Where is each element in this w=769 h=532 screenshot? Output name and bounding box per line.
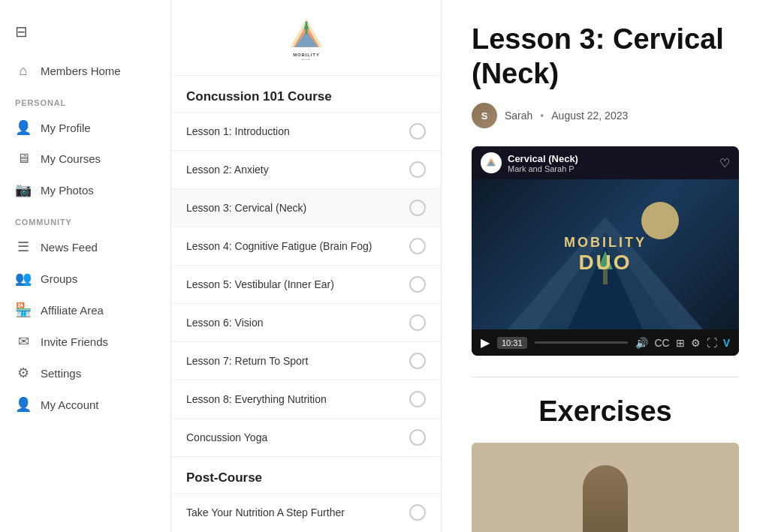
lesson-item-7[interactable]: Lesson 7: Return To Sport: [171, 341, 441, 380]
affiliate-icon: 🏪: [15, 302, 32, 318]
progress-bar[interactable]: [535, 341, 629, 344]
sidebar-label-settings: Settings: [41, 367, 81, 380]
lesson-item-5[interactable]: Lesson 5: Vestibular (Inner Ear): [171, 265, 441, 303]
account-icon: 👤: [15, 396, 32, 413]
post-course-title: Post-Course: [171, 456, 441, 493]
community-section-label: COMMUNITY: [0, 206, 170, 231]
fullscreen-icon[interactable]: ⛶: [707, 337, 717, 349]
exercise-person-figure: [583, 465, 628, 532]
cc-icon[interactable]: CC: [654, 337, 669, 349]
lesson-8-checkbox[interactable]: [409, 391, 426, 407]
lesson-1-checkbox[interactable]: [409, 123, 426, 140]
groups-icon: 👥: [15, 270, 32, 287]
video-title-area: Cervical (Neck) Mark and Sarah P: [481, 152, 578, 173]
take-nutrition-item[interactable]: Take Your Nutrition A Step Further: [171, 493, 441, 531]
sidebar-label-my-profile: My Profile: [41, 122, 91, 134]
sidebar-item-my-account[interactable]: 👤 My Account: [0, 389, 170, 420]
video-time: 10:31: [497, 337, 527, 349]
lesson-item-1[interactable]: Lesson 1: Introduction: [171, 112, 441, 150]
concussion-yoga-item[interactable]: Concussion Yoga: [171, 418, 441, 456]
lesson-7-checkbox[interactable]: [409, 353, 426, 369]
video-top-bar: Cervical (Neck) Mark and Sarah P ♡: [472, 146, 739, 179]
video-visual: MOBILITY DUO: [472, 179, 739, 329]
main-content: Lesson 3: Cervical (Neck) S Sarah • Augu…: [442, 0, 769, 532]
video-brand-text: MOBILITY DUO: [564, 235, 647, 275]
video-controls: ▶ 10:31 🔊 CC ⊞ ⚙ ⛶ V: [472, 329, 739, 356]
sidebar-label-my-account: My Account: [41, 398, 99, 411]
courses-icon: 🖥: [15, 151, 32, 167]
sidebar-label-my-photos: My Photos: [41, 184, 94, 197]
dot-separator: •: [540, 110, 544, 122]
sidebar-item-news-feed[interactable]: ☰ News Feed: [0, 231, 170, 263]
profile-icon: 👤: [15, 119, 32, 136]
settings-video-icon[interactable]: ⚙: [691, 337, 701, 349]
vimeo-icon: V: [723, 337, 730, 349]
lesson-item-2[interactable]: Lesson 2: Anxiety: [171, 150, 441, 188]
lesson-6-checkbox[interactable]: [409, 314, 426, 331]
sidebar-label-invite-friends: Invite Friends: [41, 335, 108, 348]
video-subtitle: Mark and Sarah P: [508, 164, 578, 173]
course-panel: MOBILITY DUO Concussion 101 Course Lesso…: [171, 0, 442, 532]
sidebar-item-groups[interactable]: 👥 Groups: [0, 263, 170, 294]
personal-section-label: PERSONAL: [0, 86, 170, 112]
svg-text:DUO: DUO: [301, 59, 310, 60]
avatar: S: [472, 103, 497, 128]
lesson-item-4[interactable]: Lesson 4: Cognitive Fatigue (Brain Fog): [171, 227, 441, 265]
sidebar-item-members-home[interactable]: ⌂ Members Home: [0, 56, 170, 86]
lesson-4-checkbox[interactable]: [409, 238, 426, 254]
author-name: Sarah: [505, 110, 532, 122]
video-player[interactable]: Cervical (Neck) Mark and Sarah P ♡ MOBIL…: [472, 146, 739, 356]
publish-date: August 22, 2023: [551, 110, 628, 122]
control-icons: 🔊 CC ⊞ ⚙ ⛶ V: [635, 337, 730, 349]
sidebar-item-affiliate-area[interactable]: 🏪 Affiliate Area: [0, 294, 170, 326]
lesson-2-checkbox[interactable]: [409, 161, 426, 178]
sidebar-item-my-courses[interactable]: 🖥 My Courses: [0, 143, 170, 174]
exercise-thumbnail: [472, 443, 739, 532]
play-button[interactable]: ▶: [481, 335, 490, 350]
volume-icon[interactable]: 🔊: [635, 337, 648, 349]
sidebar-label-affiliate-area: Affiliate Area: [41, 304, 104, 317]
author-line: S Sarah • August 22, 2023: [472, 103, 739, 128]
lesson-item-6[interactable]: Lesson 6: Vision: [171, 303, 441, 341]
news-feed-icon: ☰: [15, 239, 32, 255]
sidebar-item-my-photos[interactable]: 📷 My Photos: [0, 174, 170, 206]
sidebar-item-my-profile[interactable]: 👤 My Profile: [0, 112, 170, 143]
sidebar-label-members-home: Members Home: [41, 65, 121, 77]
page-title: Lesson 3: Cervical (Neck): [472, 23, 739, 91]
sidebar-item-settings[interactable]: ⚙ Settings: [0, 357, 170, 389]
sidebar-label-groups: Groups: [41, 272, 77, 285]
course-title: Concussion 101 Course: [171, 76, 441, 112]
logo-area: MOBILITY DUO: [171, 0, 441, 76]
photos-icon: 📷: [15, 182, 32, 198]
invite-icon: ✉: [15, 333, 32, 350]
heart-icon[interactable]: ♡: [719, 156, 730, 170]
sidebar-toggle[interactable]: ⊟: [0, 15, 170, 56]
lesson-3-checkbox[interactable]: [409, 200, 426, 216]
divider: [472, 377, 739, 377]
sidebar-label-my-courses: My Courses: [41, 152, 101, 165]
sidebar-label-news-feed: News Feed: [41, 241, 98, 254]
take-nutrition-checkbox[interactable]: [409, 504, 426, 521]
lesson-5-checkbox[interactable]: [409, 276, 426, 293]
video-title: Cervical (Neck): [508, 153, 578, 164]
concussion-yoga-checkbox[interactable]: [409, 429, 426, 446]
svg-text:MOBILITY: MOBILITY: [293, 53, 320, 57]
home-icon: ⌂: [15, 63, 32, 79]
sidebar-item-invite-friends[interactable]: ✉ Invite Friends: [0, 326, 170, 357]
settings-icon: ⚙: [15, 365, 32, 381]
video-logo-small: [481, 152, 502, 173]
lesson-item-3[interactable]: Lesson 3: Cervical (Neck): [171, 188, 441, 227]
lesson-item-8[interactable]: Lesson 8: Everything Nutrition: [171, 380, 441, 418]
exercises-title: Exercises: [472, 395, 739, 428]
brand-logo: MOBILITY DUO: [284, 15, 329, 60]
sidebar: ⊟ ⌂ Members Home PERSONAL 👤 My Profile 🖥…: [0, 0, 171, 532]
chapters-icon[interactable]: ⊞: [676, 337, 685, 349]
